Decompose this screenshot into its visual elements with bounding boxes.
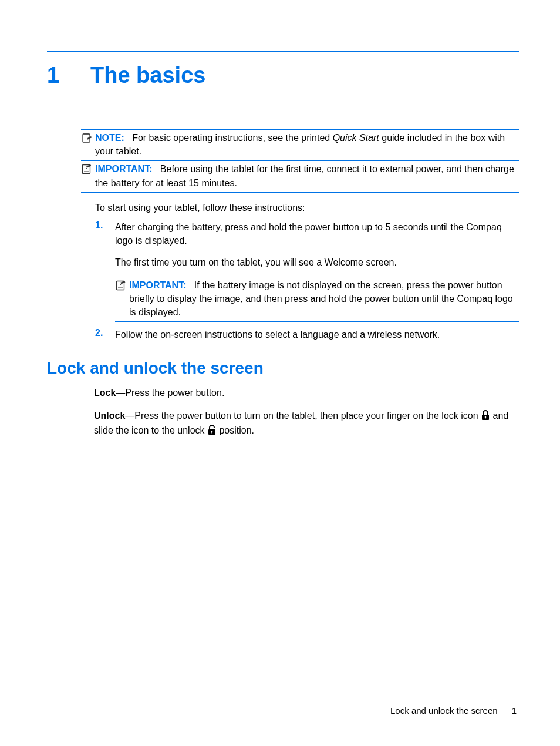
note-pre: For basic operating instructions, see th… (132, 133, 333, 143)
unlock-icon (207, 425, 217, 435)
footer-text: Lock and unlock the screen (390, 705, 498, 715)
page-footer: Lock and unlock the screen 1 (390, 705, 517, 715)
lock-label: Lock (94, 388, 116, 398)
section-body: Lock—Press the power button. Unlock—Pres… (94, 386, 519, 438)
lock-icon (481, 410, 490, 421)
unlock-label: Unlock (94, 411, 125, 421)
lock-text: —Press the power button. (116, 388, 224, 398)
unlock-paragraph: Unlock—Press the power button to turn on… (94, 409, 519, 438)
note-text: NOTE: For basic operating instructions, … (95, 131, 519, 158)
chapter-number: 1 (47, 63, 90, 88)
important1-body: Before using the tablet for the first ti… (95, 164, 514, 187)
step-2-text: Follow the on-screen instructions to sel… (115, 328, 519, 341)
page: 1 The basics NOTE: For basic operating i… (0, 0, 560, 438)
step-2: 2. Follow the on-screen instructions to … (95, 328, 519, 341)
steps-list: 1. After charging the battery, press and… (95, 220, 519, 341)
note-label: NOTE: (95, 133, 124, 143)
step-1-number: 1. (95, 220, 115, 322)
important-icon (115, 280, 128, 320)
important2-text: IMPORTANT: If the battery image is not d… (129, 278, 519, 320)
step-1a-text: After charging the battery, press and ho… (115, 220, 519, 247)
intro-text: To start using your tablet, follow these… (95, 201, 519, 214)
important2-label: IMPORTANT: (129, 280, 186, 290)
step-1: 1. After charging the battery, press and… (95, 220, 519, 322)
step-1b-text: The first time you turn on the tablet, y… (115, 256, 519, 269)
footer-page-number: 1 (512, 705, 517, 715)
section-heading: Lock and unlock the screen (47, 359, 519, 378)
important-icon (81, 163, 94, 189)
unlock-post: position. (217, 425, 254, 435)
note-callout: NOTE: For basic operating instructions, … (81, 129, 519, 161)
chapter-header: 1 The basics (47, 63, 519, 88)
important-callout-1: IMPORTANT: Before using the tablet for t… (81, 160, 519, 192)
note-italic: Quick Start (333, 133, 379, 143)
top-rule (47, 51, 519, 52)
lock-paragraph: Lock—Press the power button. (94, 386, 519, 401)
step-2-number: 2. (95, 328, 115, 341)
important1-label: IMPORTANT: (95, 164, 152, 174)
important1-text: IMPORTANT: Before using the tablet for t… (95, 162, 519, 189)
chapter-title: The basics (90, 63, 205, 88)
important2-body: If the battery image is not displayed on… (129, 280, 513, 317)
important-callout-2: IMPORTANT: If the battery image is not d… (115, 277, 519, 322)
unlock-pre: —Press the power button to turn on the t… (125, 411, 481, 421)
content-area: NOTE: For basic operating instructions, … (81, 129, 519, 341)
note-icon (81, 132, 94, 158)
